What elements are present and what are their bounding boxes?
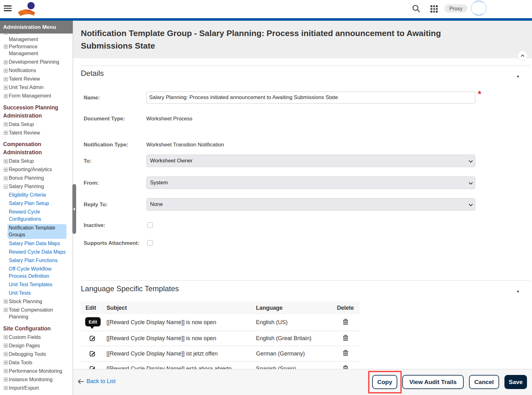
- expand-icon[interactable]: +: [4, 45, 8, 49]
- expand-icon[interactable]: +: [4, 34, 8, 34]
- sidebar-item-design-pages[interactable]: +Design Pages: [0, 342, 66, 350]
- expand-icon[interactable]: +: [4, 176, 8, 180]
- templates-heading: Language Specific Templates: [81, 284, 179, 293]
- sidebar-title: Administration Menu: [0, 21, 73, 34]
- sidebar-item-reward-cycle-configurations[interactable]: Reward Cycle Configurations: [0, 208, 66, 223]
- expand-icon[interactable]: +: [4, 335, 8, 339]
- sidebar-item-unit-test-admin[interactable]: +Unit Test Admin: [0, 84, 66, 91]
- sidebar-item-performance-monitoring[interactable]: +Performance Monitoring: [0, 368, 66, 375]
- sidebar-item-salary-plan-data-maps[interactable]: Salary Plan Data Maps: [0, 240, 66, 247]
- expand-icon[interactable]: +: [4, 352, 8, 356]
- name-input[interactable]: Salary Planning: Process initiated annou…: [146, 92, 475, 103]
- view-audit-trails-button[interactable]: View Audit Trails: [402, 375, 464, 389]
- collapse-left-arrow-icon: [73, 208, 75, 211]
- collapse-icon[interactable]: −: [4, 185, 8, 189]
- expand-icon[interactable]: +: [4, 131, 8, 135]
- sidebar-item-salary-plan-setup[interactable]: Salary Plan Setup: [0, 200, 66, 207]
- sidebar-item-notifications[interactable]: +Notifications: [0, 67, 66, 74]
- sidebar-item-instance-monitoring[interactable]: +Instance Monitoring: [0, 376, 66, 383]
- reply-to-select-value: None: [150, 201, 163, 208]
- sidebar-menu: +GoalManagement+Performance Management+D…: [0, 34, 73, 395]
- sidebar-item-label: Talent Review: [9, 130, 40, 135]
- back-to-list-link[interactable]: Back to List: [78, 378, 116, 385]
- hamburger-menu-icon[interactable]: [4, 5, 12, 12]
- expand-icon[interactable]: +: [4, 308, 8, 312]
- delete-button[interactable]: [342, 349, 349, 356]
- footer-bar: Back to List Copy View Audit Trails Canc…: [73, 369, 532, 395]
- expand-icon[interactable]: +: [4, 369, 8, 373]
- expand-icon[interactable]: +: [4, 344, 8, 348]
- expand-icon[interactable]: +: [4, 86, 8, 90]
- sidebar-item-bonus-planning[interactable]: +Bonus Planning: [0, 175, 66, 182]
- sidebar-item-talent-review[interactable]: +Talent Review: [0, 76, 66, 83]
- sidebar-item-salary-plan-functions[interactable]: Salary Plan Functions: [0, 257, 66, 264]
- sidebar-collapse-handle[interactable]: [72, 184, 76, 234]
- delete-button[interactable]: [342, 334, 349, 341]
- inactive-checkbox[interactable]: [147, 222, 153, 228]
- cancel-button[interactable]: Cancel: [469, 375, 499, 389]
- expand-icon[interactable]: +: [4, 60, 8, 64]
- document-type-label: Document Type:: [84, 116, 125, 122]
- divider-templates: [81, 280, 530, 281]
- sidebar-item-data-setup[interactable]: +Data Setup: [0, 121, 66, 128]
- expand-icon[interactable]: +: [4, 299, 8, 303]
- expand-icon[interactable]: +: [4, 94, 8, 98]
- sidebar-item-performance-management[interactable]: +Performance Management: [0, 43, 66, 57]
- sidebar-item-stock-planning[interactable]: +Stock Planning: [0, 298, 66, 305]
- edit-tooltip-tail: [90, 326, 94, 329]
- expand-icon[interactable]: +: [4, 159, 8, 163]
- sidebar-item-data-tools[interactable]: +Data Tools: [0, 359, 66, 366]
- sidebar-item-off-cycle-workflow-process-definition[interactable]: Off-Cycle Workflow Process Definition: [0, 266, 66, 280]
- details-collapse-icon[interactable]: ▲: [516, 74, 520, 78]
- search-icon[interactable]: [412, 4, 420, 13]
- template-subject: [[Reward Cycle Display Name]] is now ope…: [107, 319, 256, 326]
- sidebar-item-salary-planning[interactable]: −Salary Planning: [0, 183, 66, 190]
- supports-attachment-checkbox[interactable]: [147, 240, 153, 246]
- sidebar-item-reward-cycle-data-maps[interactable]: Reward Cycle Data Maps: [0, 249, 66, 256]
- required-asterisk: *: [478, 89, 481, 99]
- sidebar-item-talent-review[interactable]: +Talent Review: [0, 129, 66, 137]
- edit-tooltip-label[interactable]: Edit: [85, 317, 101, 326]
- sidebar-item-label: Form Management: [9, 93, 51, 98]
- sidebar-item-goal-management[interactable]: +GoalManagement: [0, 34, 66, 43]
- expand-icon[interactable]: +: [4, 386, 8, 390]
- sidebar-item-reporting-analytics[interactable]: +Reporting/Analytics: [0, 166, 66, 173]
- sidebar-item-development-planning[interactable]: +Development Planning: [0, 59, 66, 66]
- edit-icon[interactable]: [89, 335, 96, 342]
- sidebar-item-unit-test-templates[interactable]: Unit Test Templates: [0, 281, 66, 288]
- from-select[interactable]: System: [146, 176, 475, 189]
- chevron-up-icon: [520, 54, 525, 57]
- header-collapse-button[interactable]: [518, 51, 528, 61]
- templates-collapse-icon[interactable]: ▲: [516, 289, 520, 293]
- sidebar-item-notification-template-groups[interactable]: Notification Template Groups: [8, 224, 66, 239]
- sidebar-item-data-setup[interactable]: +Data Setup: [0, 158, 66, 165]
- edit-icon[interactable]: [89, 350, 96, 357]
- delete-button[interactable]: [342, 318, 349, 325]
- sidebar-item-eligibility-criteria[interactable]: Eligibility Criteria: [0, 192, 66, 199]
- app-grid-icon[interactable]: [430, 5, 438, 13]
- expand-icon[interactable]: +: [4, 361, 8, 365]
- sidebar-item-unit-tests[interactable]: Unit Tests: [0, 290, 66, 297]
- sidebar-section-site-configuration: Site Configuration: [3, 324, 65, 333]
- avatar[interactable]: [471, 0, 487, 16]
- sidebar-item-label: Site Configuration: [3, 325, 51, 332]
- sidebar-item-form-management[interactable]: +Form Management: [0, 92, 66, 100]
- sidebar-item-custom-fields[interactable]: +Custom Fields: [0, 334, 66, 341]
- expand-icon[interactable]: +: [4, 69, 8, 73]
- expand-icon[interactable]: +: [4, 377, 8, 382]
- expand-icon[interactable]: +: [4, 122, 8, 126]
- template-row: [[Reward Cycle Display Name]] ist jetzt …: [81, 346, 360, 361]
- sidebar-item-total-compensation-planning[interactable]: +Total Compensation Planning: [0, 307, 66, 321]
- expand-icon[interactable]: +: [4, 77, 8, 81]
- to-select[interactable]: Worksheet Owner: [146, 155, 475, 167]
- proxy-badge[interactable]: Proxy: [444, 4, 467, 13]
- sidebar-item-debugging-tools[interactable]: +Debugging Tools: [0, 351, 66, 358]
- col-subject: Subject: [107, 305, 256, 311]
- save-button[interactable]: Save: [504, 375, 527, 389]
- sidebar-item-import-export[interactable]: +Import/Export: [0, 385, 66, 392]
- sidebar-item-label: Data Setup: [9, 158, 34, 164]
- reply-to-select[interactable]: None: [146, 198, 475, 211]
- expand-icon[interactable]: +: [4, 168, 8, 172]
- sidebar-item-label: Reporting/Analytics: [9, 167, 52, 172]
- copy-highlight-annotation: [368, 371, 402, 393]
